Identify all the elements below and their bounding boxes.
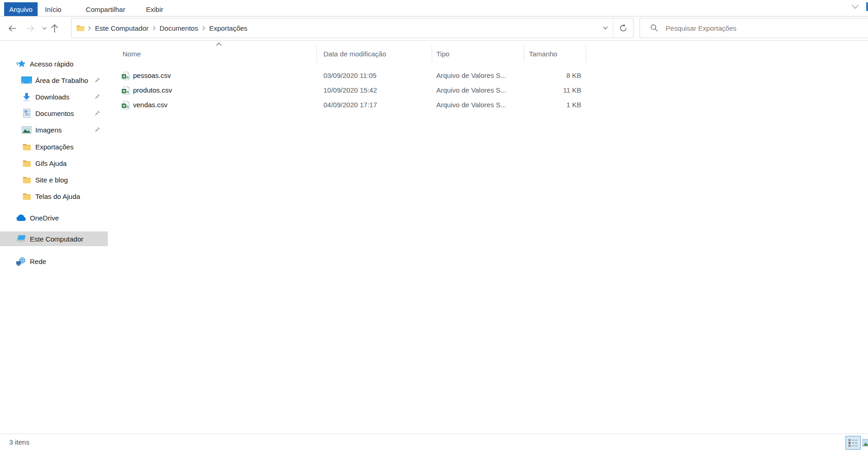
details-view-icon <box>848 439 858 447</box>
network-icon <box>16 257 27 266</box>
file-type: Arquivo de Valores S... <box>436 68 506 83</box>
sidebar-item-site-e-blog[interactable]: Site e blog <box>0 172 108 187</box>
tab-exibir[interactable]: Exibir <box>141 2 168 16</box>
this-pc-icon <box>16 234 27 243</box>
arrow-up-icon <box>50 23 59 33</box>
ribbon-tab-bar: Arquivo Início Compartilhar Exibir <box>0 0 868 16</box>
pictures-icon <box>21 125 32 134</box>
recent-locations-button[interactable] <box>40 22 49 34</box>
file-name: produtos.csv <box>133 83 172 98</box>
sidebar-item-area-de-trabalho[interactable]: Área de Trabalho <box>0 73 108 88</box>
column-divider[interactable] <box>586 45 586 62</box>
folder-icon <box>21 192 32 201</box>
breadcrumb-exportacoes[interactable]: Exportações <box>206 24 250 32</box>
navigation-toolbar: Este Computador Documentos Exportações <box>0 16 868 41</box>
file-row-vendas-csv[interactable]: a vendas.csv 04/09/2020 17:17 Arquivo de… <box>108 98 868 112</box>
status-bar: 3 itens <box>0 434 868 451</box>
back-button[interactable] <box>6 22 18 34</box>
file-size: 11 KB <box>512 83 581 98</box>
tab-inicio[interactable]: Início <box>42 2 64 16</box>
thumbnails-view-icon <box>862 439 868 446</box>
sidebar-item-onedrive[interactable]: OneDrive <box>0 210 108 225</box>
downloads-arrow-icon <box>21 92 32 101</box>
pin-icon <box>94 126 100 133</box>
forward-button[interactable] <box>24 22 36 34</box>
tab-arquivo[interactable]: Arquivo <box>4 2 38 16</box>
address-bar[interactable]: Este Computador Documentos Exportações <box>71 18 634 38</box>
file-row-pessoas-csv[interactable]: a pessoas.csv 03/09/2020 11:05 Arquivo d… <box>108 68 868 83</box>
file-row-produtos-csv[interactable]: a produtos.csv 10/09/2020 15:42 Arquivo … <box>108 83 868 98</box>
refresh-icon <box>619 24 628 33</box>
folder-icon <box>21 175 32 184</box>
navigation-pane: Acesso rápido Área de Trabalho <box>0 41 108 434</box>
sort-ascending-icon <box>215 42 223 46</box>
sidebar-item-imagens[interactable]: Imagens <box>0 122 108 137</box>
folder-icon <box>21 159 32 168</box>
pin-icon <box>94 110 100 117</box>
desktop-icon <box>21 76 32 85</box>
breadcrumb-separator-icon <box>87 26 92 31</box>
breadcrumb-separator-icon <box>151 26 157 31</box>
column-header-tamanho[interactable]: Tamanho <box>529 47 557 61</box>
sidebar-item-exportacoes[interactable]: Exportações <box>0 139 108 154</box>
address-dropdown-button[interactable] <box>597 18 613 38</box>
sidebar-item-downloads[interactable]: Downloads <box>0 89 108 104</box>
breadcrumb-este-computador[interactable]: Este Computador <box>92 24 151 32</box>
column-divider[interactable] <box>524 45 524 62</box>
file-name: vendas.csv <box>133 98 167 112</box>
sidebar-item-telas-do-ajuda[interactable]: Telas do Ajuda <box>0 189 108 204</box>
breadcrumb-documentos[interactable]: Documentos <box>157 24 201 32</box>
tab-arquivo-label: Arquivo <box>9 6 33 13</box>
svg-text:a: a <box>127 75 129 79</box>
sidebar-item-este-computador[interactable]: Este Computador <box>0 231 108 246</box>
svg-text:a: a <box>127 89 129 94</box>
file-modified-date: 04/09/2020 17:17 <box>323 98 377 112</box>
chevron-down-icon <box>602 26 608 30</box>
file-name: pessoas.csv <box>133 68 171 83</box>
file-explorer-window: Arquivo Início Compartilhar Exibir <box>0 0 868 451</box>
column-header-data-de-modificacao[interactable]: Data de modificação <box>323 47 386 61</box>
help-icon[interactable] <box>866 2 868 11</box>
chevron-down-icon[interactable] <box>850 4 860 10</box>
file-size: 8 KB <box>512 68 581 83</box>
excel-csv-file-icon: a <box>122 101 130 109</box>
sidebar-item-rede[interactable]: Rede <box>0 254 108 269</box>
tab-compartilhar[interactable]: Compartilhar <box>79 2 132 16</box>
file-size: 1 KB <box>512 98 581 112</box>
folder-icon <box>76 24 85 32</box>
breadcrumb-separator-icon <box>201 26 206 31</box>
pin-icon <box>94 77 100 84</box>
pin-icon <box>94 94 100 100</box>
details-view-button[interactable] <box>846 436 861 450</box>
document-icon <box>21 109 32 118</box>
column-header-tipo[interactable]: Tipo <box>436 47 450 61</box>
file-type: Arquivo de Valores S... <box>436 83 506 98</box>
column-divider[interactable] <box>432 45 432 62</box>
excel-csv-file-icon: a <box>122 72 130 80</box>
excel-csv-file-icon: a <box>122 86 130 94</box>
svg-text:a: a <box>127 104 129 109</box>
refresh-button[interactable] <box>613 18 633 38</box>
arrow-right-icon <box>25 24 35 33</box>
sidebar-item-gifs-ajuda[interactable]: Gifs Ajuda <box>0 156 108 170</box>
file-modified-date: 10/09/2020 15:42 <box>323 83 377 98</box>
file-type: Arquivo de Valores S... <box>436 98 506 112</box>
column-divider[interactable] <box>317 45 317 62</box>
search-input[interactable] <box>665 24 868 33</box>
column-header-nome[interactable]: Nome <box>122 47 141 61</box>
arrow-left-icon <box>7 24 17 33</box>
folder-icon <box>21 142 32 151</box>
magnifier-icon <box>650 24 658 32</box>
thumbnails-view-button[interactable] <box>862 438 868 447</box>
onedrive-cloud-icon <box>16 213 27 222</box>
search-box <box>640 18 868 38</box>
items-count: 3 itens <box>9 434 29 451</box>
sidebar-item-acesso-rapido[interactable]: Acesso rápido <box>0 56 108 71</box>
file-modified-date: 03/09/2020 11:05 <box>323 68 377 83</box>
quick-access-star-icon <box>16 59 27 68</box>
up-button[interactable] <box>49 22 61 34</box>
sidebar-item-documentos[interactable]: Documentos <box>0 106 108 121</box>
chevron-down-icon <box>42 27 47 30</box>
